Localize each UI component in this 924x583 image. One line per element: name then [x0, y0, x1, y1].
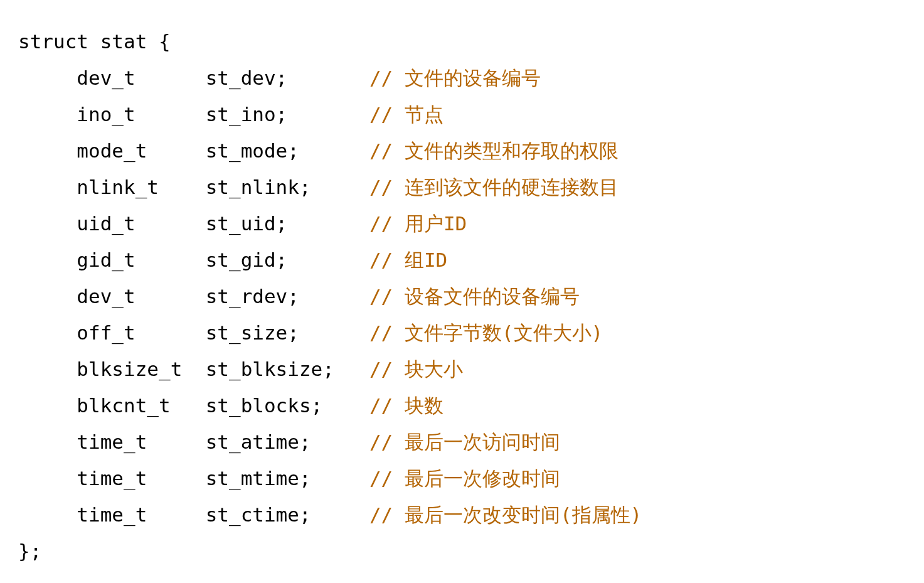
member-comment: // 最后一次改变时间(指属性) [369, 503, 642, 526]
member-line: nlink_t st_nlink; // 连到该文件的硬连接数目 [18, 169, 924, 205]
member-type: dev_t [77, 67, 135, 89]
member-line: uid_t st_uid; // 用户ID [18, 205, 924, 242]
member-name: st_rdev; [206, 285, 299, 308]
member-name: st_dev; [206, 67, 288, 89]
struct-close-line: }; [18, 533, 924, 569]
member-type: time_t [77, 467, 147, 489]
member-line: mode_t st_mode; // 文件的类型和存取的权限 [18, 132, 924, 169]
member-line: gid_t st_gid; // 组ID [18, 242, 924, 278]
member-comment: // 连到该文件的硬连接数目 [369, 176, 619, 198]
member-comment: // 最后一次访问时间 [369, 431, 560, 453]
member-type: mode_t [77, 139, 147, 162]
member-type: ino_t [77, 103, 135, 126]
member-name: st_gid; [206, 249, 288, 271]
open-brace: { [159, 30, 171, 53]
member-type: gid_t [77, 249, 135, 271]
member-comment: // 设备文件的设备编号 [369, 285, 580, 308]
struct-open-line: struct stat { [18, 23, 924, 60]
member-line: blksize_t st_blksize; // 块大小 [18, 351, 924, 387]
member-comment: // 文件的类型和存取的权限 [369, 139, 619, 162]
member-comment: // 块大小 [369, 358, 463, 380]
member-type: time_t [77, 431, 147, 453]
member-name: st_uid; [206, 212, 288, 235]
member-type: time_t [77, 503, 147, 526]
member-comment: // 文件字节数(文件大小) [369, 321, 603, 344]
member-type: blkcnt_t [77, 394, 170, 417]
member-name: st_blksize; [206, 358, 334, 380]
member-type: nlink_t [77, 176, 159, 198]
member-name: st_size; [206, 321, 299, 344]
member-line: time_t st_ctime; // 最后一次改变时间(指属性) [18, 496, 924, 533]
member-line: ino_t st_ino; // 节点 [18, 96, 924, 132]
struct-name: stat [100, 30, 159, 53]
member-comment: // 文件的设备编号 [369, 67, 541, 89]
member-comment: // 最后一次修改时间 [369, 467, 560, 489]
member-comment: // 用户ID [369, 212, 467, 235]
code-block: struct stat { dev_t st_dev; // 文件的设备编号 i… [0, 19, 924, 569]
member-name: st_mode; [206, 139, 299, 162]
member-line: off_t st_size; // 文件字节数(文件大小) [18, 314, 924, 351]
member-type: blksize_t [77, 358, 182, 380]
member-name: st_nlink; [206, 176, 311, 198]
member-name: st_mtime; [206, 467, 311, 489]
member-comment: // 节点 [369, 103, 443, 126]
member-name: st_atime; [206, 431, 311, 453]
member-line: dev_t st_dev; // 文件的设备编号 [18, 60, 924, 96]
member-comment: // 组ID [369, 249, 447, 271]
member-name: st_blocks; [206, 394, 323, 417]
member-type: uid_t [77, 212, 135, 235]
member-comment: // 块数 [369, 394, 443, 417]
member-line: blkcnt_t st_blocks; // 块数 [18, 387, 924, 424]
member-name: st_ino; [206, 103, 288, 126]
close-brace: }; [18, 540, 41, 562]
member-name: st_ctime; [206, 503, 311, 526]
member-line: time_t st_atime; // 最后一次访问时间 [18, 424, 924, 460]
member-type: off_t [77, 321, 135, 344]
member-line: dev_t st_rdev; // 设备文件的设备编号 [18, 278, 924, 314]
struct-keyword: struct [18, 30, 100, 53]
member-line: time_t st_mtime; // 最后一次修改时间 [18, 460, 924, 496]
member-type: dev_t [77, 285, 135, 308]
